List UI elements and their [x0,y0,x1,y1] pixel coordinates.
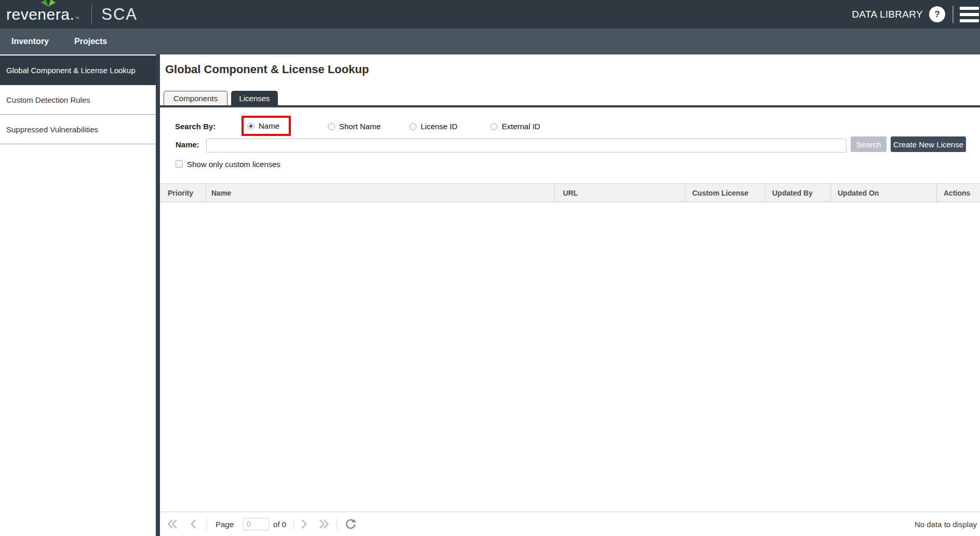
prev-page-icon[interactable] [190,519,196,529]
sidebar-divider [156,54,160,536]
nav-item-projects[interactable]: Projects [74,37,107,46]
header-divider [952,6,954,23]
revenera-logo: revenera. ™ [6,6,79,23]
top-header: revenera. ™ SCA DATA LIBRARY ? [0,0,980,29]
radio-external-id-label: External ID [502,122,540,131]
app-window: revenera. ™ SCA DATA LIBRARY ? Inventory… [0,0,980,536]
next-page-icon[interactable] [301,519,307,529]
column-header-updated-on[interactable]: Updated On [831,184,937,202]
sidebar: Global Component & License Lookup Custom… [0,54,156,536]
page-label: Page [216,520,234,529]
data-library-label: DATA LIBRARY [852,9,923,20]
main-panel: Global Component & License Lookup Compon… [160,54,980,536]
tab-bar: Components Licenses [164,91,278,105]
pager-divider [337,518,337,530]
table-body-empty [160,203,980,512]
help-icon[interactable]: ? [929,6,945,22]
tab-components[interactable]: Components [164,91,227,105]
column-header-custom-license[interactable]: Custom License [686,184,766,202]
first-page-icon[interactable] [167,519,178,529]
pager-divider [293,518,294,530]
radio-name[interactable]: Name [247,121,279,130]
radio-license-id-control[interactable] [409,123,417,130]
sidebar-item-suppressed-vulnerabilities[interactable]: Suppressed Vulnerabilities [0,115,156,144]
radio-external-id-control[interactable] [490,123,498,130]
search-by-label: Search By: [175,122,216,131]
radio-license-id[interactable]: License ID [409,122,458,131]
pager-divider [207,518,207,530]
sidebar-item-custom-detection-rules[interactable]: Custom Detection Rules [0,85,156,115]
column-header-updated-by[interactable]: Updated By [766,184,831,202]
last-page-icon[interactable] [319,519,329,529]
help-glyph: ? [934,9,939,20]
column-header-actions[interactable]: Actions [937,184,980,202]
highlight-box: Name [241,116,291,136]
search-button[interactable]: Search [851,136,887,152]
name-search-input[interactable] [206,139,847,153]
table-header-row: Priority Name URL Custom License Updated… [160,183,980,202]
column-header-url[interactable]: URL [555,184,686,202]
logo-text: revenera. [6,6,74,23]
create-new-license-button[interactable]: Create New License [891,136,966,152]
custom-licenses-checkbox[interactable] [176,160,183,168]
tab-licenses[interactable]: Licenses [231,91,278,105]
column-header-priority[interactable]: Priority [160,184,206,202]
page-number-input[interactable] [243,518,269,530]
tab-rule [160,105,980,107]
radio-short-name-label: Short Name [339,122,381,131]
trademark-mark: ™ [75,16,79,21]
refresh-icon[interactable] [345,518,356,530]
sidebar-item-global-lookup[interactable]: Global Component & License Lookup [0,56,156,85]
page-title: Global Component & License Lookup [165,63,369,76]
radio-name-control[interactable] [247,122,254,130]
logo-divider [91,5,92,24]
primary-nav: Inventory Projects [0,29,980,54]
header-right: DATA LIBRARY ? [852,4,980,25]
custom-licenses-checkbox-label: Show only custom licenses [187,160,280,169]
radio-name-label: Name [259,121,279,130]
empty-grid-message: No data to display [915,520,977,529]
name-field-label: Name: [176,140,199,149]
radio-short-name-control[interactable] [328,123,335,130]
column-header-name[interactable]: Name [206,184,555,202]
pagination-bar: Page of 0 No data to display [160,512,980,536]
menu-icon[interactable] [960,4,979,25]
revenera-leaf-icon [39,0,57,7]
radio-license-id-label: License ID [421,122,458,131]
radio-short-name[interactable]: Short Name [328,122,381,131]
radio-external-id[interactable]: External ID [490,122,540,131]
product-name: SCA [101,5,138,24]
nav-item-inventory[interactable]: Inventory [11,37,49,46]
page-count-label: of 0 [273,520,286,529]
